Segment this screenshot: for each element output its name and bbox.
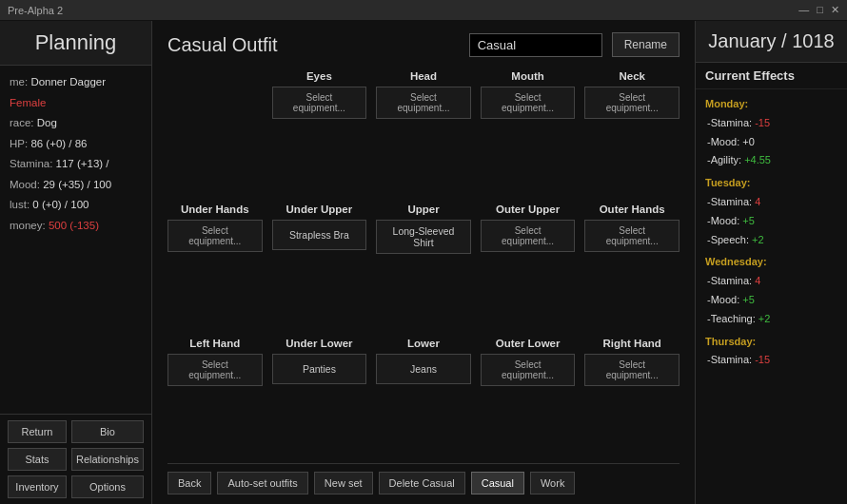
thursday-label: Thursday: <box>705 333 837 352</box>
wednesday-effect-2: -Teaching: +2 <box>707 310 837 329</box>
slot-left-hand: Left Hand Select equipment... <box>167 338 263 463</box>
auto-set-button[interactable]: Auto-set outfits <box>217 472 307 494</box>
work-tab[interactable]: Work <box>530 472 575 494</box>
wed-eff2-text: -Teaching: <box>707 313 758 324</box>
slot-under-upper: Under Upper Strapless Bra <box>272 204 367 331</box>
slot-outer-hands-label: Outer Hands <box>600 204 665 215</box>
monday-eff2-text: -Agility: <box>707 154 744 165</box>
slot-under-lower: Under Lower Panties <box>272 338 367 463</box>
nav-buttons: Return Bio Stats Relationships Inventory… <box>0 415 151 504</box>
monday-label: Monday: <box>705 95 837 114</box>
inventory-button[interactable]: Inventory <box>8 475 67 498</box>
monday-eff1-text: -Mood: <box>707 136 742 147</box>
slot-right-hand-button[interactable]: Select equipment... <box>584 354 680 386</box>
slot-outer-upper-button[interactable]: Select equipment... <box>481 220 576 252</box>
maximize-button[interactable]: □ <box>817 4 823 16</box>
titlebar-controls[interactable]: — □ ✕ <box>798 4 839 16</box>
slot-neck-button[interactable]: Select equipment... <box>584 87 680 119</box>
slot-outer-hands-button[interactable]: Select equipment... <box>584 220 680 252</box>
hp-label: HP: <box>10 138 30 149</box>
tuesday-effect-2: -Speech: +2 <box>707 231 837 250</box>
equipment-grid: Eyes Select equipment... Head Select equ… <box>167 70 680 463</box>
slot-head-button[interactable]: Select equipment... <box>376 87 471 119</box>
slot-outer-upper-label: Outer Upper <box>496 204 560 215</box>
monday-eff1-val: +0 <box>742 136 755 147</box>
slot-under-hands-label: Under Hands <box>181 204 249 215</box>
slot-under-hands-button[interactable]: Select equipment... <box>167 220 263 252</box>
tuesday-effect-0: -Stamina: 4 <box>707 193 837 212</box>
new-set-button[interactable]: New set <box>314 472 373 494</box>
slot-right-hand-label: Right Hand <box>603 338 661 349</box>
slot-neck: Neck Select equipment... <box>584 70 680 196</box>
casual-tab[interactable]: Casual <box>471 472 524 494</box>
money-value: 500 (-135) <box>49 220 99 231</box>
titlebar: Pre-Alpha 2 — □ ✕ <box>0 0 847 21</box>
slot-right-hand: Right Hand Select equipment... <box>584 338 680 463</box>
outfit-name-input[interactable] <box>469 33 602 57</box>
slot-under-upper-label: Under Upper <box>286 204 353 215</box>
return-button[interactable]: Return <box>8 420 67 443</box>
right-panel: January / 1018 Current Effects Monday: -… <box>695 21 847 504</box>
slot-outer-lower-button[interactable]: Select equipment... <box>481 354 576 386</box>
slot-head-label: Head <box>410 70 437 82</box>
thu-eff0-text: -Stamina: <box>707 354 755 365</box>
outfit-bottom-bar: Back Auto-set outfits New set Delete Cas… <box>167 463 680 494</box>
slot-outer-lower-label: Outer Lower <box>496 338 561 349</box>
slot-under-lower-button[interactable]: Panties <box>272 354 367 384</box>
main-layout: Planning me: Donner Dagger Female race: … <box>0 21 847 504</box>
spacer-r1c1 <box>167 70 263 196</box>
relationships-button[interactable]: Relationships <box>71 448 144 471</box>
tuesday-label: Tuesday: <box>705 174 837 193</box>
slot-left-hand-button[interactable]: Select equipment... <box>167 354 263 386</box>
tue-eff2-text: -Speech: <box>707 234 752 245</box>
slot-eyes-button[interactable]: Select equipment... <box>272 87 367 119</box>
lust-label: lust: <box>10 199 32 210</box>
wed-eff2-val: +2 <box>758 313 771 324</box>
close-button[interactable]: ✕ <box>831 4 839 16</box>
stamina-label: Stamina: <box>10 158 56 169</box>
slot-under-upper-button[interactable]: Strapless Bra <box>272 220 367 250</box>
wed-eff1-text: -Mood: <box>707 294 742 305</box>
race-value: Dog <box>37 117 57 128</box>
slot-outer-hands: Outer Hands Select equipment... <box>584 204 680 331</box>
monday-eff0-text: -Stamina: <box>707 117 755 128</box>
tue-eff2-val: +2 <box>752 234 764 245</box>
monday-eff0-val: -15 <box>755 117 770 128</box>
minimize-button[interactable]: — <box>798 4 809 16</box>
wednesday-label: Wednesday: <box>705 253 837 272</box>
slot-lower-button[interactable]: Jeans <box>376 354 471 384</box>
stamina-value: 117 (+13) / <box>56 158 109 169</box>
slot-eyes: Eyes Select equipment... <box>272 70 367 196</box>
wednesday-effect-0: -Stamina: 4 <box>707 272 837 291</box>
back-button[interactable]: Back <box>167 472 211 494</box>
wednesday-effect-1: -Mood: +5 <box>707 291 837 310</box>
rename-button[interactable]: Rename <box>612 32 680 57</box>
money-label: money: <box>10 220 49 231</box>
mood-value: 29 (+35) / 100 <box>43 179 111 190</box>
slot-mouth-label: Mouth <box>511 70 543 82</box>
gender-value: Female <box>10 97 46 108</box>
bio-button[interactable]: Bio <box>71 420 144 443</box>
stats-button[interactable]: Stats <box>8 448 67 471</box>
race-label: race: <box>10 117 37 128</box>
slot-left-hand-label: Left Hand <box>189 338 240 349</box>
slot-neck-label: Neck <box>619 70 645 82</box>
tue-eff1-text: -Mood: <box>707 215 742 226</box>
planning-header: Planning <box>0 21 151 66</box>
delete-casual-button[interactable]: Delete Casual <box>379 472 465 494</box>
slot-head: Head Select equipment... <box>376 70 471 196</box>
wed-eff0-text: -Stamina: <box>707 275 755 286</box>
titlebar-title: Pre-Alpha 2 <box>8 5 63 16</box>
slot-mouth: Mouth Select equipment... <box>481 70 576 196</box>
slot-under-lower-label: Under Lower <box>286 338 352 349</box>
options-button[interactable]: Options <box>71 475 144 498</box>
slot-upper-button[interactable]: Long-Sleeved Shirt <box>376 220 471 254</box>
tue-eff0-text: -Stamina: <box>707 196 755 207</box>
slot-upper: Upper Long-Sleeved Shirt <box>376 204 471 331</box>
slot-mouth-button[interactable]: Select equipment... <box>481 87 576 119</box>
slot-outer-upper: Outer Upper Select equipment... <box>481 204 576 331</box>
wed-eff1-val: +5 <box>742 294 755 305</box>
wed-eff0-val: 4 <box>755 275 760 286</box>
monday-effect-0: -Stamina: -15 <box>707 114 837 133</box>
char-name-label: me: <box>10 76 30 87</box>
